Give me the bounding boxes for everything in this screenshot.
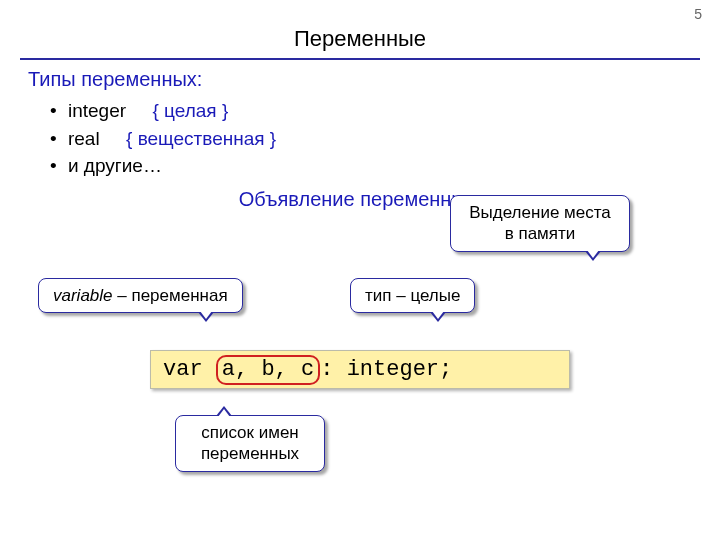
callout-text: Выделение места в памяти	[469, 203, 611, 243]
bullet-icon: •	[50, 128, 63, 149]
callout-variable-rest: – переменная	[113, 286, 228, 305]
code-var-list: a, b, c	[216, 355, 320, 385]
callout-memory: Выделение места в памяти	[450, 195, 630, 252]
callout-pointer-icon	[216, 406, 232, 416]
type-name: integer	[68, 100, 126, 121]
bullet-icon: •	[50, 100, 63, 121]
content-area: Типы переменных: • integer { целая } • r…	[0, 68, 720, 211]
types-heading: Типы переменных:	[28, 68, 692, 91]
list-item: • и другие…	[50, 152, 692, 180]
callout-text: тип – целые	[365, 286, 460, 305]
callout-variable-word: variable	[53, 286, 113, 305]
callout-text: список имен переменных	[201, 423, 299, 463]
callout-variable: variable – переменная	[38, 278, 243, 313]
slide-title: Переменные	[0, 0, 720, 58]
code-keyword-var: var	[163, 357, 216, 382]
callout-type-int: тип – целые	[350, 278, 475, 313]
callout-var-names: список имен переменных	[175, 415, 325, 472]
list-item: • integer { целая }	[50, 97, 692, 125]
code-box: var a, b, c: integer;	[150, 350, 570, 389]
callout-pointer-icon	[198, 312, 214, 322]
type-name: real	[68, 128, 100, 149]
type-name: и другие…	[68, 155, 162, 176]
bullet-icon: •	[50, 155, 63, 176]
type-comment: { вещественная }	[126, 128, 276, 149]
callout-pointer-icon	[430, 312, 446, 322]
list-item: • real { вещественная }	[50, 125, 692, 153]
callout-pointer-icon	[585, 251, 601, 261]
types-list: • integer { целая } • real { вещественна…	[28, 97, 692, 180]
title-rule	[20, 58, 700, 60]
page-number: 5	[694, 6, 702, 22]
code-tail: : integer;	[320, 357, 452, 382]
type-comment: { целая }	[152, 100, 228, 121]
